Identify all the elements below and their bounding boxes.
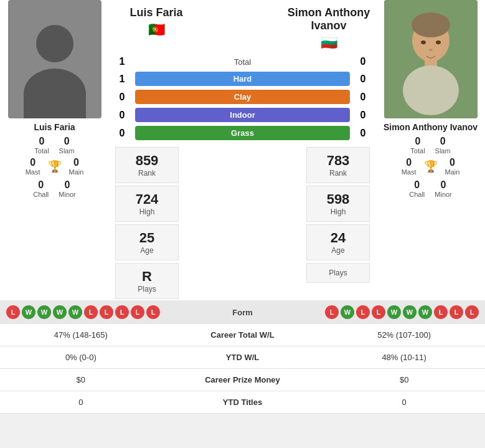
right-player-stats-row3: 0 Chall 0 Minor (409, 179, 452, 198)
right-high-panel: 598 High (306, 186, 370, 222)
right-player-photo (384, 0, 478, 118)
right-high-label: High (331, 207, 346, 216)
left-minor-label: Minor (59, 191, 76, 198)
left-plays-panel: R Plays (115, 263, 179, 299)
form-section: LWWWWLLLLL Form LWLLWWWLLL (0, 300, 485, 324)
stats-left-value: $0 (0, 369, 162, 391)
right-form-badge: L (465, 305, 479, 319)
right-rank-label: Rank (329, 169, 347, 178)
right-form-badge: L (450, 305, 463, 319)
left-slam-value: 0 (64, 136, 70, 147)
left-main-stat: 0 Main (69, 157, 84, 176)
right-age-value: 24 (331, 230, 346, 246)
right-age-panel: 24 Age (306, 224, 370, 260)
left-total-label: Total (34, 147, 49, 155)
left-chall-label: Chall (33, 191, 49, 198)
right-form-badge: W (387, 305, 401, 319)
left-form-badge: L (100, 305, 113, 319)
left-mast-stat: 0 Mast (26, 157, 40, 176)
right-player-name: Simon Anthony Ivanov (384, 122, 478, 132)
stats-right-value: $0 (323, 369, 485, 391)
stats-center-label: YTD Titles (162, 391, 324, 414)
right-form-badge: L (325, 305, 339, 319)
left-age-value: 25 (139, 230, 154, 246)
left-chall-value: 0 (38, 179, 44, 191)
left-form-badge: L (115, 305, 129, 319)
right-rank-value: 783 (327, 153, 350, 169)
right-minor-value: 0 (441, 179, 446, 191)
right-main-stat: 0 Main (445, 157, 460, 176)
stats-right-value: 0 (323, 391, 485, 414)
left-form-badge: L (146, 305, 160, 319)
stats-center-label: Career Prize Money (162, 369, 324, 391)
right-trophy-icon: 🏆 (424, 160, 438, 173)
stats-left-value: 47% (148-165) (0, 324, 162, 346)
right-form-badge: L (434, 305, 448, 319)
grass-surface-btn[interactable]: Grass (135, 126, 350, 140)
left-clay-score: 0 (113, 92, 131, 103)
right-total-label: Total (410, 147, 425, 155)
right-minor-stat: 0 Minor (435, 179, 452, 198)
left-form-badges: LWWWWLLLLL (6, 305, 160, 319)
right-chall-label: Chall (409, 191, 425, 198)
left-form-badge: W (53, 305, 67, 319)
stats-right-value: 48% (10-11) (323, 346, 485, 369)
svg-point-6 (436, 41, 441, 44)
svg-point-7 (429, 49, 433, 51)
right-chall-stat: 0 Chall (409, 179, 425, 198)
right-age-label: Age (331, 246, 344, 255)
right-form-badge: W (418, 305, 432, 319)
left-form-badge: L (84, 305, 98, 319)
right-player-section: Simon Anthony Ivanov 0 Total 0 Slam 0 Ma… (376, 0, 485, 300)
clay-surface-btn[interactable]: Clay (135, 90, 350, 104)
left-grass-score: 0 (113, 128, 131, 139)
left-form-badge: W (68, 305, 82, 319)
main-container: Luis Faria 0 Total 0 Slam 0 Mast 🏆 0 (0, 0, 485, 414)
left-age-label: Age (140, 246, 153, 255)
stats-table: 47% (148-165)Career Total W/L52% (107-10… (0, 324, 485, 414)
right-total-score: 0 (354, 56, 372, 67)
stats-center-label: YTD W/L (162, 346, 324, 369)
right-grass-score: 0 (354, 128, 372, 139)
right-high-value: 598 (327, 191, 350, 207)
left-total-score: 1 (113, 56, 131, 67)
right-player-name-center: Simon Anthony Ivanov (285, 6, 372, 32)
stats-row: 0% (0-0)YTD W/L48% (10-11) (0, 346, 485, 369)
left-total-stat: 0 Total (34, 136, 49, 155)
left-form-badge: W (37, 305, 51, 319)
left-mast-label: Mast (26, 168, 40, 176)
left-player-section: Luis Faria 0 Total 0 Slam 0 Mast 🏆 0 (0, 0, 109, 300)
stats-row: 47% (148-165)Career Total W/L52% (107-10… (0, 324, 485, 346)
right-mast-stat: 0 Mast (402, 157, 417, 176)
left-flag: 🇵🇹 (148, 22, 165, 38)
left-rank-value: 859 (136, 153, 159, 169)
left-indoor-score: 0 (113, 110, 131, 121)
left-hard-score: 1 (113, 74, 131, 85)
stats-left-value: 0 (0, 391, 162, 414)
left-player-stats-row2: 0 Mast 🏆 0 Main (26, 157, 84, 176)
left-minor-value: 0 (65, 179, 70, 191)
right-form-badge: L (372, 305, 385, 319)
right-clay-score: 0 (354, 92, 372, 103)
right-mast-label: Mast (402, 168, 417, 176)
stats-row: 0YTD Titles0 (0, 391, 485, 414)
left-slam-stat: 0 Slam (59, 136, 75, 155)
left-high-label: High (139, 207, 155, 216)
left-main-label: Main (69, 168, 84, 176)
right-slam-value: 0 (440, 136, 446, 147)
left-total-value: 0 (39, 136, 45, 147)
left-plays-value: R (142, 269, 152, 285)
hard-surface-btn[interactable]: Hard (135, 72, 350, 86)
right-form-badge: W (341, 305, 354, 319)
left-slam-label: Slam (59, 147, 75, 155)
right-form-badge: W (403, 305, 417, 319)
left-main-value: 0 (73, 157, 79, 168)
left-form-badge: W (22, 305, 35, 319)
indoor-surface-btn[interactable]: Indoor (135, 108, 350, 122)
stats-center-label: Career Total W/L (162, 324, 324, 346)
right-rank-panel: 783 Rank (306, 147, 370, 183)
stats-right-value: 52% (107-100) (323, 324, 485, 346)
left-player-name-center: Luis Faria (129, 6, 182, 19)
right-player-stats-row2: 0 Mast 🏆 0 Main (402, 157, 460, 176)
stats-row: $0Career Prize Money$0 (0, 369, 485, 391)
